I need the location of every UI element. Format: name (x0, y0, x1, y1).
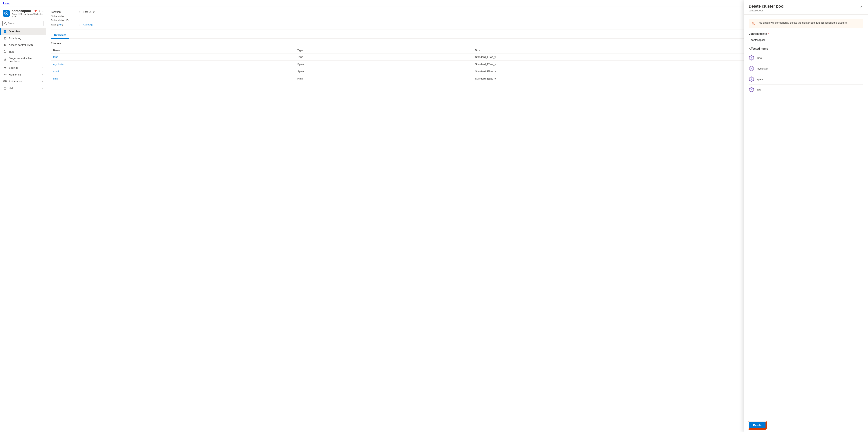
sidebar-item-tags[interactable]: Tags (0, 48, 46, 55)
svg-point-15 (4, 51, 5, 51)
sidebar-title-block: contosopool 📌 ☆ ··· Azure HDInsight on A… (11, 9, 44, 18)
table-row: trino Trino Standard_E8as_v (51, 54, 863, 61)
cell-name: flink (51, 75, 295, 82)
sidebar-item-access-control[interactable]: Access control (IAM) (0, 41, 46, 48)
cluster-icon (749, 66, 754, 71)
col-name: Name (51, 47, 295, 54)
cluster-icon (749, 87, 754, 92)
svg-point-13 (4, 44, 5, 45)
cell-type: Spark (295, 68, 473, 75)
sidebar-nav: Overview Activity log Access control (IA… (0, 28, 46, 432)
resource-name: contosopool (11, 9, 31, 13)
location-label: Location (51, 10, 79, 13)
affected-item: trino (749, 53, 863, 63)
panel-header: Delete cluster pool contosopool × (744, 6, 868, 15)
automation-expand-icon: › (42, 80, 43, 83)
sidebar-item-settings[interactable]: Settings › (0, 64, 46, 71)
affected-list: trino mycluster spark flink (749, 53, 863, 95)
help-expand-icon: › (42, 87, 43, 89)
sidebar-item-overview[interactable]: Overview (0, 28, 46, 35)
pin-icon[interactable]: 📌 (34, 9, 37, 12)
help-icon (3, 86, 7, 90)
sidebar-item-access-control-label: Access control (IAM) (9, 44, 33, 47)
app-logo (3, 10, 10, 17)
sidebar-item-diagnose[interactable]: Diagnose and solve problems (0, 55, 46, 64)
svg-point-14 (5, 44, 6, 45)
warning-banner: ⓘ This action will permanently delete th… (749, 19, 863, 28)
warning-icon: ⓘ (752, 22, 755, 26)
svg-point-23 (751, 57, 752, 58)
sidebar-item-help-label: Help (9, 87, 14, 90)
cell-name: mycluster (51, 61, 295, 68)
home-link[interactable]: Home (3, 2, 10, 5)
cluster-link[interactable]: mycluster (53, 63, 64, 66)
panel-close-button[interactable]: × (859, 6, 863, 10)
search-box[interactable] (2, 21, 43, 26)
svg-point-16 (5, 67, 6, 68)
tags-edit-link[interactable]: edit (58, 23, 62, 26)
affected-item-name: trino (757, 56, 762, 59)
svg-point-32 (751, 89, 752, 90)
cluster-icon (749, 55, 754, 61)
panel-title-block: Delete cluster pool contosopool (749, 6, 784, 12)
sidebar-item-diagnose-label: Diagnose and solve problems (9, 57, 43, 63)
resource-meta: Location : East US 2 Subscription : Subs… (51, 10, 863, 26)
svg-line-4 (6, 24, 7, 24)
affected-item: spark (749, 74, 863, 85)
cluster-link[interactable]: trino (53, 56, 58, 58)
cluster-icon (749, 76, 754, 82)
sidebar-item-settings-label: Settings (9, 66, 18, 69)
subscription-id-label: Subscription ID (51, 19, 79, 22)
settings-icon (3, 66, 7, 69)
warning-text: This action will permanently delete the … (757, 21, 847, 24)
sidebar-item-automation[interactable]: Automation › (0, 78, 46, 85)
cluster-link[interactable]: flink (53, 77, 58, 80)
panel-footer: Delete (744, 418, 868, 432)
monitoring-icon (3, 73, 7, 76)
breadcrumb-chevron: › (11, 2, 12, 5)
panel-title: Delete cluster pool (749, 6, 784, 9)
grid-icon (3, 29, 7, 33)
confirm-input[interactable] (749, 37, 863, 43)
svg-rect-5 (4, 30, 5, 31)
sidebar-item-activity-log-label: Activity log (9, 37, 21, 40)
delete-panel: Delete cluster pool contosopool × ⓘ This… (744, 6, 868, 432)
sidebar-item-help[interactable]: Help › (0, 85, 46, 91)
sidebar-item-overview-label: Overview (9, 30, 21, 33)
tab-overview[interactable]: Overview (51, 32, 69, 38)
people-icon (3, 43, 7, 47)
search-input[interactable] (8, 22, 42, 25)
resource-subtitle: Azure HDInsight on AKS cluster pool (11, 13, 44, 18)
tabs-bar: Overview (51, 32, 863, 39)
cell-type: Flink (295, 75, 473, 82)
svg-point-26 (751, 68, 752, 69)
panel-subtitle: contosopool (749, 9, 784, 12)
sidebar-item-tags-label: Tags (9, 50, 14, 53)
settings-expand-icon: › (42, 67, 43, 69)
subscription-label: Subscription (51, 15, 79, 18)
more-icon[interactable]: ··· (42, 9, 44, 12)
wrench-icon (3, 58, 7, 61)
col-type: Type (295, 47, 473, 54)
cell-type: Trino (295, 54, 473, 61)
star-icon[interactable]: ☆ (38, 9, 41, 12)
sidebar-item-monitoring-label: Monitoring (9, 73, 21, 76)
sidebar: contosopool 📌 ☆ ··· Azure HDInsight on A… (0, 6, 46, 432)
sidebar-item-activity-log[interactable]: Activity log (0, 35, 46, 41)
affected-heading: Affected items (749, 47, 863, 50)
breadcrumb: Home › (0, 0, 868, 6)
affected-item-name: mycluster (757, 67, 768, 70)
svg-rect-6 (5, 30, 6, 31)
add-tags-link[interactable]: Add tags (83, 23, 93, 26)
cell-name: trino (51, 54, 295, 61)
table-row: mycluster Spark Standard_E8as_v (51, 61, 863, 68)
svg-point-1 (6, 13, 7, 14)
cluster-link[interactable]: spark (53, 70, 60, 73)
search-icon (4, 22, 7, 25)
required-star: * (768, 32, 769, 35)
tag-icon (3, 50, 7, 54)
panel-body: ⓘ This action will permanently delete th… (744, 15, 868, 418)
delete-button[interactable]: Delete (749, 422, 766, 429)
svg-rect-7 (4, 31, 5, 33)
sidebar-item-monitoring[interactable]: Monitoring › (0, 71, 46, 78)
